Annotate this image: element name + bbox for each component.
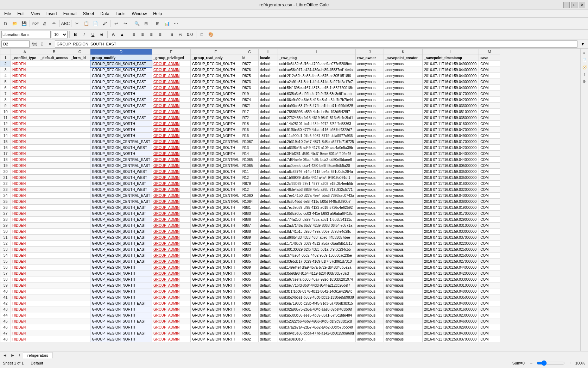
- cell-b24[interactable]: [39, 193, 69, 199]
- cell-i28[interactable]: uuid:774a2c0f-da99-485a-ab81-1f6d6b34111…: [278, 217, 355, 223]
- cell-g6[interactable]: R873: [241, 85, 258, 91]
- cell-j13[interactable]: anonymous: [356, 127, 384, 133]
- cell-k2[interactable]: anonymous: [384, 61, 423, 67]
- cell-e37[interactable]: GROUP_ADMIN: [152, 270, 190, 276]
- cell-d10[interactable]: GROUP_REGION_NORTH: [90, 109, 152, 115]
- cell-l26[interactable]: 2016-07-11T16:01:59.019000000: [423, 205, 479, 211]
- cell-h19[interactable]: default: [258, 163, 278, 169]
- cell-h29[interactable]: default: [258, 223, 278, 229]
- cell-h14[interactable]: default: [258, 133, 278, 139]
- cell-d31[interactable]: GROUP_REGION_SOUTH_EAST: [90, 235, 152, 241]
- cell-f15[interactable]: GROUP_REGION_CENTRAL: [190, 139, 241, 145]
- cell-h39[interactable]: default: [258, 282, 278, 288]
- navigator-btn[interactable]: ⊞: [142, 19, 150, 28]
- cell-c24[interactable]: [69, 193, 90, 199]
- cell-h13[interactable]: default: [258, 127, 278, 133]
- cell-i14[interactable]: uuid:11c900d1-07d6-4087-8719-dcfa9977c93…: [278, 133, 355, 139]
- cell-f27[interactable]: GROUP_REGION_SOUTH: [190, 211, 241, 217]
- cell-e24[interactable]: GROUP_ADMIN: [152, 193, 190, 199]
- cell-g31[interactable]: R889: [241, 235, 258, 241]
- cell-c43[interactable]: [69, 306, 90, 312]
- cell-j24[interactable]: anonymous: [356, 193, 384, 199]
- cell-a33[interactable]: HIDDEN: [11, 247, 39, 252]
- cell-b45[interactable]: [39, 318, 69, 324]
- cell-j21[interactable]: anonymous: [356, 175, 384, 181]
- cell-c32[interactable]: [69, 241, 90, 247]
- cell-h5[interactable]: default: [258, 79, 278, 85]
- cell-i10[interactable]: uuid:78896993-a559-4c1c-be5d-193d6f425f7: [278, 109, 355, 115]
- cell-m46[interactable]: COM: [479, 324, 500, 330]
- cell-h8[interactable]: default: [258, 97, 278, 103]
- cell-a31[interactable]: HIDDEN: [11, 235, 39, 241]
- italic-btn[interactable]: I: [80, 31, 88, 38]
- cell-f36[interactable]: GROUP_REGION_NORTH: [190, 264, 241, 270]
- cell-d28[interactable]: GROUP_REGION_SOUTH_EAST: [90, 217, 152, 223]
- cell-b10[interactable]: [39, 109, 69, 115]
- cell-m12[interactable]: COM: [479, 121, 500, 127]
- cell-e3[interactable]: GROUP_ADMIN: [152, 67, 190, 73]
- cell-g26[interactable]: R881: [241, 205, 258, 211]
- cell-c23[interactable]: [69, 187, 90, 193]
- cell-j15[interactable]: anonymous: [356, 139, 384, 145]
- cell-c10[interactable]: [69, 109, 90, 115]
- new-btn[interactable]: 🗋: [1, 19, 10, 28]
- header-group-privileged[interactable]: _group_privileged: [152, 55, 190, 61]
- cell-b48[interactable]: [39, 336, 69, 342]
- cell-a15[interactable]: HIDDEN: [11, 139, 39, 145]
- cell-c37[interactable]: [69, 270, 90, 276]
- cell-a25[interactable]: HIDDEN: [11, 199, 39, 205]
- cell-g18[interactable]: R1065: [241, 157, 258, 163]
- cell-l2[interactable]: 2016-07-11T16:01:59.049000000: [423, 61, 479, 67]
- cell-b30[interactable]: [39, 229, 69, 235]
- cell-k46[interactable]: anonymous: [384, 324, 423, 330]
- border-btn[interactable]: □: [198, 31, 206, 38]
- cell-e22[interactable]: GROUP_ADMIN: [152, 181, 190, 187]
- cell-h40[interactable]: default: [258, 288, 278, 294]
- cell-g47[interactable]: R891: [241, 330, 258, 336]
- cell-j27[interactable]: anonymous: [356, 211, 384, 217]
- cell-d2[interactable]: GROUP_REGION_SOUTH_EAST: [90, 61, 152, 67]
- col-header-b[interactable]: B: [39, 49, 69, 55]
- cell-i6[interactable]: uuid:5f41398e-c167-4873-ae15-1b852720018…: [278, 85, 355, 91]
- cell-j11[interactable]: anonymous: [356, 115, 384, 121]
- cell-m43[interactable]: COM: [479, 306, 500, 312]
- cell-d43[interactable]: GROUP_REGION_NORTH: [90, 306, 152, 312]
- cell-g9[interactable]: R871: [241, 103, 258, 109]
- cell-g16[interactable]: R13: [241, 145, 258, 151]
- cell-j2[interactable]: anonymous: [356, 61, 384, 67]
- cell-c20[interactable]: [69, 169, 90, 175]
- cell-e31[interactable]: GROUP_ADMIN: [152, 235, 190, 241]
- cell-d25[interactable]: GROUP_REGION_CENTRAL_EAST: [90, 199, 152, 205]
- cell-h24[interactable]: default: [258, 193, 278, 199]
- col-header-f[interactable]: F: [190, 49, 241, 55]
- cell-f38[interactable]: GROUP_REGION_NORTH: [190, 276, 241, 282]
- cell-b12[interactable]: [39, 121, 69, 127]
- cell-j7[interactable]: anonymous: [356, 91, 384, 97]
- cell-m8[interactable]: COM: [479, 97, 500, 103]
- cell-k5[interactable]: anonymous: [384, 79, 423, 85]
- cell-f5[interactable]: GROUP_REGION_SOUTH: [190, 79, 241, 85]
- cut-btn[interactable]: ✂: [73, 19, 81, 28]
- cell-k35[interactable]: anonymous: [384, 258, 423, 264]
- cell-a18[interactable]: HIDDEN: [11, 157, 39, 163]
- cell-c5[interactable]: [69, 79, 90, 85]
- cell-c48[interactable]: [69, 336, 90, 342]
- cell-l28[interactable]: 2016-07-11T16:01:59.029000000: [423, 217, 479, 223]
- cell-l9[interactable]: 2016-07-11T16:01:59.033000000: [423, 103, 479, 109]
- cell-k36[interactable]: anonymous: [384, 264, 423, 270]
- cell-j33[interactable]: anonymous: [356, 247, 384, 252]
- cell-l32[interactable]: 2016-07-11T16:01:59.022000000: [423, 241, 479, 247]
- cell-j12[interactable]: anonymous: [356, 121, 384, 127]
- cell-l29[interactable]: 2016-07-11T16:01:59.031000000: [423, 223, 479, 229]
- cell-h32[interactable]: default: [258, 241, 278, 247]
- cell-k3[interactable]: anonymous: [384, 67, 423, 73]
- cell-c2[interactable]: [69, 61, 90, 67]
- cell-k10[interactable]: anonymous: [384, 109, 423, 115]
- cell-g10[interactable]: R17: [241, 109, 258, 115]
- background-btn[interactable]: 🎨: [207, 31, 215, 38]
- cell-g24[interactable]: R1060: [241, 193, 258, 199]
- cell-k20[interactable]: anonymous: [384, 169, 423, 175]
- cell-m48[interactable]: COM: [479, 336, 500, 342]
- cell-g33[interactable]: R883: [241, 247, 258, 252]
- cell-c33[interactable]: [69, 247, 90, 252]
